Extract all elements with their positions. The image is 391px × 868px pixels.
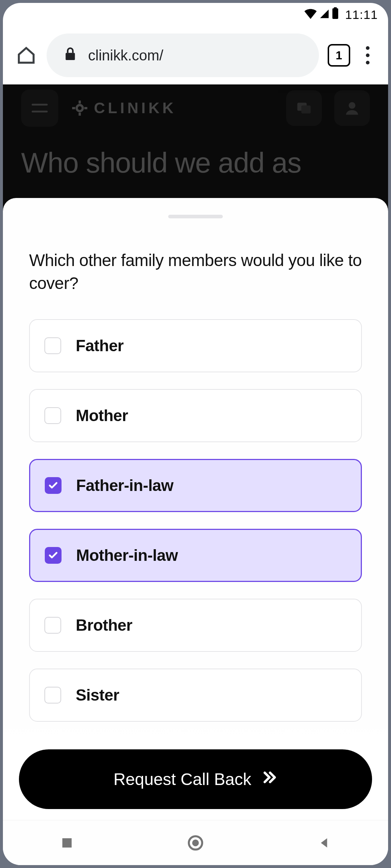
- tab-count: 1: [336, 49, 342, 62]
- sheet-drag-handle[interactable]: [168, 215, 223, 218]
- family-option[interactable]: Mother-in-law: [29, 529, 362, 582]
- app-header: CLINIKK: [3, 84, 388, 132]
- status-bar: 11:11: [3, 3, 388, 26]
- checkbox[interactable]: [44, 337, 61, 354]
- svg-point-8: [192, 839, 199, 846]
- option-label: Mother: [76, 407, 128, 425]
- address-bar[interactable]: clinikk.com/: [47, 33, 319, 77]
- battery-icon: [332, 7, 339, 22]
- brand-logo: CLINIKK: [71, 99, 176, 117]
- option-label: Sister: [76, 686, 119, 704]
- option-label: Father: [76, 337, 123, 355]
- menu-icon[interactable]: [21, 90, 58, 127]
- tabs-button[interactable]: 1: [328, 44, 350, 67]
- svg-rect-6: [63, 838, 72, 848]
- url-text: clinikk.com/: [88, 47, 163, 64]
- checkbox[interactable]: [45, 547, 62, 564]
- background-heading: Who should we add as: [3, 132, 388, 179]
- browser-menu-button[interactable]: [359, 46, 376, 64]
- nav-back-button[interactable]: [315, 834, 333, 852]
- option-label: Mother-in-law: [76, 546, 178, 564]
- svg-rect-4: [301, 106, 311, 114]
- family-option[interactable]: Brother: [29, 599, 362, 652]
- language-button[interactable]: [286, 90, 322, 126]
- system-nav-bar: [3, 820, 388, 865]
- browser-home-button[interactable]: [15, 44, 38, 67]
- option-label: Brother: [76, 616, 132, 634]
- checkbox[interactable]: [44, 617, 61, 634]
- cell-signal-icon: [319, 8, 330, 22]
- page-backdrop: CLINIKK Who should we add as Which other…: [3, 84, 388, 820]
- cta-label: Request Call Back: [114, 769, 251, 789]
- chevrons-right-icon: [261, 769, 277, 789]
- request-callback-button[interactable]: Request Call Back: [19, 749, 372, 809]
- svg-rect-1: [334, 7, 337, 9]
- lock-icon: [64, 47, 76, 64]
- checkbox[interactable]: [44, 407, 61, 424]
- svg-rect-2: [66, 53, 75, 60]
- option-label: Father-in-law: [76, 476, 173, 495]
- svg-rect-0: [332, 8, 338, 19]
- profile-button[interactable]: [334, 90, 370, 126]
- checkbox[interactable]: [44, 687, 61, 703]
- family-option[interactable]: Mother: [29, 389, 362, 442]
- svg-point-5: [349, 102, 355, 109]
- bottom-sheet: Which other family members would you lik…: [3, 198, 388, 820]
- cta-bar: Request Call Back: [3, 736, 388, 820]
- family-option[interactable]: Father: [29, 319, 362, 372]
- family-option[interactable]: Sister: [29, 669, 362, 722]
- family-option[interactable]: Father-in-law: [29, 459, 362, 512]
- status-clock: 11:11: [345, 8, 378, 22]
- nav-overview-button[interactable]: [58, 834, 76, 852]
- nav-home-button[interactable]: [187, 834, 204, 852]
- browser-toolbar: clinikk.com/ 1: [3, 26, 388, 84]
- wifi-icon: [304, 8, 317, 22]
- sheet-question: Which other family members would you lik…: [29, 249, 362, 294]
- checkbox[interactable]: [45, 477, 62, 494]
